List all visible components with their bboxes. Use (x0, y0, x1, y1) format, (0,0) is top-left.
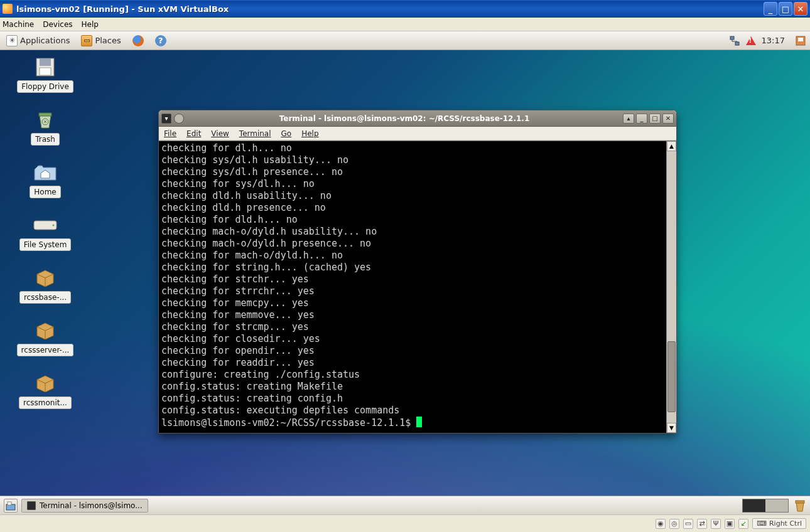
vm-shared-folder-icon[interactable]: ▣ (725, 519, 735, 529)
scrollbar-up-button[interactable]: ▲ (667, 141, 676, 151)
help-launcher[interactable]: ? (153, 34, 169, 48)
places-icon: ▭ (81, 35, 92, 46)
host-window-titlebar: lsimons-vm02 [Running] - Sun xVM Virtual… (0, 0, 810, 18)
terminal-title: Terminal - lsimons@lsimons-vm02: ~/RCSS/… (188, 114, 621, 123)
xfce-mouse-icon: ✳ (6, 35, 18, 46)
terminal-sticky-button[interactable] (174, 114, 184, 124)
desktop-icon-label: Floppy Drive (17, 80, 73, 93)
host-minimize-button[interactable]: _ (764, 2, 777, 16)
svg-rect-12 (8, 502, 11, 505)
drive-icon (33, 215, 58, 236)
desktop-icon-label: rcssbase-... (19, 291, 71, 304)
desktop-icon-home[interactable]: Home (8, 162, 83, 198)
package-icon (33, 373, 58, 394)
host-window-title: lsimons-vm02 [Running] - Sun xVM Virtual… (16, 4, 762, 14)
desktop-icon-label: rcssmonit... (19, 396, 72, 409)
svg-rect-3 (798, 38, 803, 41)
svg-point-10 (53, 225, 55, 226)
desktop-icon-label: File System (19, 238, 72, 251)
workspace-switcher[interactable] (742, 499, 789, 513)
vm-mouse-integration-icon[interactable]: ↙ (738, 519, 748, 529)
workspace-1[interactable] (743, 499, 765, 512)
svg-rect-7 (39, 113, 51, 116)
scrollbar-track[interactable] (667, 151, 676, 423)
desktop-icon-column: Floppy Drive Trash Home File System rcss… (8, 56, 83, 425)
terminal-menu-go[interactable]: Go (281, 129, 292, 138)
svg-rect-0 (730, 36, 734, 40)
terminal-menu-help[interactable]: Help (301, 129, 318, 138)
svg-rect-13 (796, 501, 804, 503)
gnome-bottom-panel: Terminal - lsimons@lsimo... (0, 496, 810, 514)
svg-rect-6 (40, 68, 51, 75)
terminal-menubar: File Edit View Terminal Go Help (159, 127, 676, 141)
terminal-menu-terminal[interactable]: Terminal (239, 129, 271, 138)
workspace-2[interactable] (765, 499, 788, 512)
network-tray-icon[interactable] (729, 35, 740, 46)
terminal-menu-edit[interactable]: Edit (186, 129, 201, 138)
vm-usb-indicator-icon[interactable]: Ψ (711, 519, 721, 529)
scrollbar-thumb[interactable] (667, 341, 676, 412)
desktop-icon-label: rcssserver-... (17, 344, 74, 356)
desktop-icon-rcssmonit[interactable]: rcssmonit... (8, 373, 83, 409)
help-icon: ? (155, 35, 166, 46)
panel-trash-icon[interactable] (794, 499, 806, 512)
taskbar-terminal-button[interactable]: Terminal - lsimons@lsimo... (21, 499, 148, 513)
host-menu-devices[interactable]: Devices (43, 20, 72, 29)
gnome-top-panel: ✳ Applications ▭ Places ? 13:17 (0, 31, 810, 50)
places-label: Places (95, 36, 121, 45)
terminal-shade-button[interactable]: ▴ (623, 114, 634, 124)
svg-rect-1 (735, 42, 739, 45)
update-warning-icon[interactable] (745, 35, 757, 46)
package-icon (33, 267, 58, 289)
scrollbar-down-button[interactable]: ▼ (667, 423, 676, 433)
host-maximize-button[interactable]: □ (779, 2, 792, 16)
panel-clock[interactable]: 13:17 (762, 36, 785, 45)
desktop-icon-rcssserver[interactable]: rcssserver-... (8, 320, 83, 356)
guest-desktop[interactable]: ✳ Applications ▭ Places ? 13:17 (0, 31, 810, 514)
keyboard-icon: ⌨ (757, 519, 767, 528)
firefox-icon (132, 35, 144, 46)
trash-icon (33, 109, 58, 130)
home-folder-icon (33, 162, 58, 183)
terminal-titlebar[interactable]: ▾ Terminal - lsimons@lsimons-vm02: ~/RCS… (159, 110, 676, 127)
desktop-icon-label: Trash (31, 133, 60, 146)
host-status-bar: ◉ ◎ ▭ ⇄ Ψ ▣ ↙ ⌨ Right Ctrl (0, 514, 810, 532)
terminal-window-menu-icon[interactable]: ▾ (161, 114, 171, 124)
terminal-task-icon (27, 501, 36, 510)
host-menubar: Machine Devices Help (0, 18, 810, 31)
desktop-icon-trash[interactable]: Trash (8, 109, 83, 146)
terminal-maximize-button[interactable]: □ (649, 114, 661, 124)
terminal-scrollbar[interactable]: ▲ ▼ (666, 141, 676, 433)
desktop-icon-filesystem[interactable]: File System (8, 215, 83, 251)
desktop-icon-floppy[interactable]: Floppy Drive (8, 56, 83, 93)
desktop-icon-label: Home (30, 186, 60, 198)
vm-hd-indicator-icon[interactable]: ◉ (656, 519, 666, 529)
host-key-label: Right Ctrl (769, 519, 802, 528)
quit-icon[interactable] (795, 35, 806, 46)
svg-rect-5 (40, 58, 51, 66)
vm-floppy-indicator-icon[interactable]: ▭ (683, 519, 693, 529)
package-icon (33, 320, 58, 341)
terminal-window[interactable]: ▾ Terminal - lsimons@lsimons-vm02: ~/RCS… (158, 110, 677, 434)
floppy-icon (33, 56, 58, 78)
terminal-body[interactable]: checking for dl.h... no checking sys/dl.… (159, 141, 676, 433)
host-menu-machine[interactable]: Machine (3, 20, 34, 29)
host-menu-help[interactable]: Help (82, 20, 99, 29)
terminal-menu-view[interactable]: View (211, 129, 229, 138)
virtualbox-icon (3, 4, 13, 14)
host-key-indicator[interactable]: ⌨ Right Ctrl (752, 518, 806, 529)
firefox-launcher[interactable] (130, 34, 146, 48)
terminal-output[interactable]: checking for dl.h... no checking sys/dl.… (159, 141, 666, 433)
terminal-close-button[interactable]: ✕ (662, 114, 674, 124)
taskbar-label: Terminal - lsimons@lsimo... (40, 501, 143, 510)
places-menu[interactable]: ▭ Places (78, 34, 123, 48)
desktop-icon-rcssbase[interactable]: rcssbase-... (8, 267, 83, 304)
applications-menu[interactable]: ✳ Applications (4, 34, 72, 48)
terminal-menu-file[interactable]: File (164, 129, 176, 138)
show-desktop-button[interactable] (4, 499, 18, 513)
applications-label: Applications (20, 36, 70, 45)
terminal-minimize-button[interactable]: _ (636, 114, 647, 124)
vm-cd-indicator-icon[interactable]: ◎ (669, 519, 679, 529)
vm-network-indicator-icon[interactable]: ⇄ (697, 519, 707, 529)
host-close-button[interactable]: ✕ (794, 2, 807, 16)
